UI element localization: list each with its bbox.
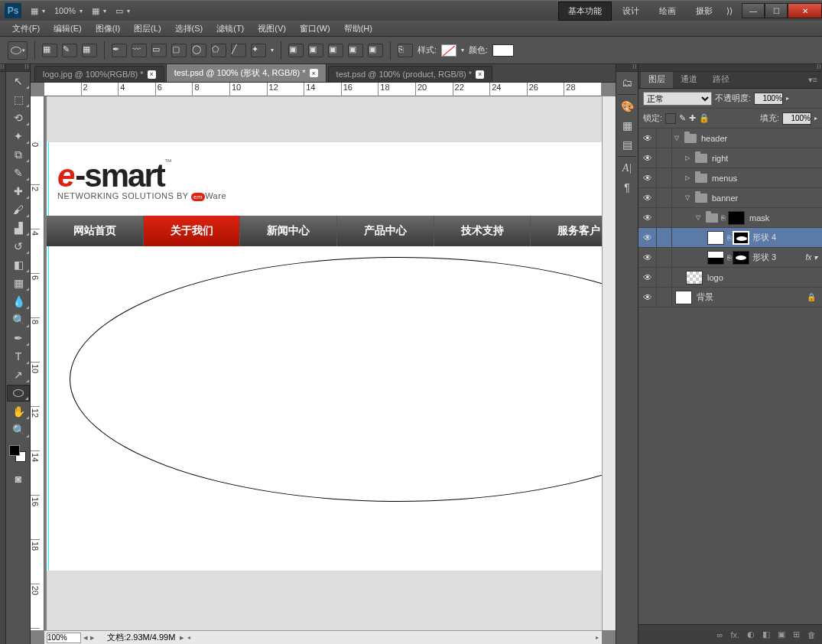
- zoom-tool[interactable]: 🔍: [7, 421, 30, 438]
- ruler-vertical[interactable]: 02468101214161820: [31, 96, 44, 630]
- blur-tool[interactable]: 💧: [7, 293, 30, 310]
- color-swatch[interactable]: [492, 44, 514, 57]
- new-layer-icon[interactable]: ⊞: [793, 629, 800, 639]
- pen-tool[interactable]: ✒: [7, 330, 30, 346]
- ruler-horizontal[interactable]: 246810121416182022242628: [44, 83, 602, 96]
- para-icon[interactable]: ¶: [618, 179, 636, 196]
- tab-channels[interactable]: 通道: [673, 70, 705, 88]
- visibility-icon[interactable]: 👁: [638, 228, 657, 247]
- move-tool[interactable]: ↖: [7, 73, 30, 89]
- ellipse-tool[interactable]: [7, 385, 30, 402]
- fx-icon[interactable]: fx.: [730, 630, 739, 639]
- ws-paint[interactable]: 绘画: [650, 2, 685, 20]
- eraser-tool[interactable]: ◧: [7, 256, 30, 273]
- history-brush-tool[interactable]: ↺: [7, 238, 30, 255]
- minimize-button[interactable]: —: [742, 3, 765, 18]
- combine-subtract[interactable]: ▣: [328, 44, 343, 57]
- close-button[interactable]: ✕: [788, 3, 822, 18]
- menu-edit[interactable]: 编辑(E): [47, 21, 88, 37]
- menu-layer[interactable]: 图层(L): [128, 21, 167, 37]
- close-icon[interactable]: ×: [310, 69, 318, 77]
- menu-filter[interactable]: 滤镜(T): [210, 21, 250, 37]
- styles-icon[interactable]: ▤: [618, 136, 636, 153]
- layer-row[interactable]: 👁▽banner: [638, 188, 822, 208]
- visibility-icon[interactable]: 👁: [638, 248, 657, 267]
- menu-image[interactable]: 图像(I): [89, 21, 126, 37]
- tool-ellipse[interactable]: ◯: [191, 44, 206, 57]
- mode-fill-pixels[interactable]: ▦: [82, 44, 97, 57]
- tool-line[interactable]: ╱: [231, 44, 246, 57]
- style-swatch[interactable]: [441, 44, 456, 57]
- 3d-tool[interactable]: ✋: [7, 403, 30, 420]
- path-select-tool[interactable]: ↗: [7, 366, 30, 383]
- layer-row[interactable]: 👁⎘形状 4: [638, 228, 822, 248]
- panel-menu-icon[interactable]: ▾≡: [804, 72, 822, 88]
- brush-tool[interactable]: 🖌: [7, 201, 30, 218]
- twisty-icon[interactable]: ▷: [683, 154, 692, 161]
- menu-file[interactable]: 文件(F): [6, 21, 46, 37]
- visibility-icon[interactable]: 👁: [638, 208, 657, 227]
- tab-layers[interactable]: 图层: [641, 70, 673, 88]
- wand-tool[interactable]: ✦: [7, 128, 30, 145]
- ws-basic[interactable]: 基本功能: [558, 2, 612, 21]
- twisty-icon[interactable]: ▽: [694, 214, 703, 221]
- combine-exclude[interactable]: ▣: [368, 44, 383, 57]
- close-icon[interactable]: ×: [476, 70, 484, 79]
- menu-select[interactable]: 选择(S): [169, 21, 210, 37]
- visibility-icon[interactable]: 👁: [638, 148, 657, 168]
- stamp-tool[interactable]: ▟: [7, 220, 30, 236]
- current-tool-icon[interactable]: ▾: [8, 41, 28, 60]
- gradient-tool[interactable]: ▦: [7, 275, 30, 291]
- combine-new[interactable]: ▣: [288, 44, 304, 57]
- menu-help[interactable]: 帮助(H): [338, 21, 379, 37]
- swatches-icon[interactable]: ▦: [618, 117, 636, 134]
- layer-row[interactable]: 👁▷menus: [638, 168, 822, 188]
- tb-window-dropdown[interactable]: ▦: [26, 4, 50, 18]
- visibility-icon[interactable]: 👁: [638, 168, 657, 187]
- lock-trans-icon[interactable]: [665, 113, 676, 124]
- fill-input[interactable]: [782, 112, 811, 125]
- tb-screen-dropdown[interactable]: ▭: [111, 4, 135, 18]
- visibility-icon[interactable]: 👁: [638, 268, 657, 287]
- visibility-icon[interactable]: 👁: [638, 288, 657, 307]
- twisty-icon[interactable]: ▷: [683, 174, 692, 181]
- tab-paths[interactable]: 路径: [705, 70, 737, 88]
- mode-shape-layers[interactable]: ▦: [42, 44, 57, 57]
- char-icon[interactable]: A|: [618, 160, 636, 177]
- ws-photo[interactable]: 摄影: [687, 2, 722, 20]
- crop-tool[interactable]: ⧉: [7, 146, 30, 163]
- color-picker[interactable]: [6, 442, 30, 470]
- lock-all-icon[interactable]: 🔒: [699, 113, 710, 123]
- link-layers-icon[interactable]: ∞: [717, 630, 723, 639]
- tool-polygon[interactable]: ⬠: [211, 44, 226, 57]
- marquee-tool[interactable]: ⬚: [7, 91, 30, 108]
- layer-row[interactable]: 👁▽⎘mask: [638, 208, 822, 228]
- twisty-icon[interactable]: ▽: [672, 135, 681, 141]
- eyedropper-tool[interactable]: ✎: [7, 164, 30, 181]
- layer-row[interactable]: 👁logo: [638, 268, 822, 288]
- heal-tool[interactable]: ✚: [7, 183, 30, 200]
- mode-paths[interactable]: ✎: [62, 44, 77, 57]
- layer-row[interactable]: 👁⎘形状 3fx ▾: [638, 248, 822, 268]
- combine-add[interactable]: ▣: [308, 44, 323, 57]
- visibility-icon[interactable]: 👁: [638, 188, 657, 207]
- menu-window[interactable]: 窗口(W): [294, 21, 336, 37]
- color-icon[interactable]: 🎨: [618, 98, 636, 115]
- type-tool[interactable]: T: [7, 348, 30, 365]
- opacity-input[interactable]: [754, 93, 783, 105]
- doc-tab[interactable]: test.psd @ 100% (形状 4, RGB/8) *×: [166, 63, 327, 82]
- quickmask-tool[interactable]: ◙: [7, 470, 30, 487]
- trash-icon[interactable]: 🗑: [807, 630, 816, 639]
- dodge-tool[interactable]: 🔍: [7, 311, 30, 328]
- maximize-button[interactable]: ☐: [765, 3, 788, 18]
- history-icon[interactable]: 🗂: [618, 74, 636, 91]
- zoom-input[interactable]: [47, 633, 81, 643]
- link-icon[interactable]: ⎘: [398, 44, 413, 57]
- ws-more[interactable]: ⟩⟩: [723, 3, 736, 19]
- lock-paint-icon[interactable]: ✎: [679, 113, 686, 123]
- group-icon[interactable]: ▣: [778, 629, 785, 639]
- doc-tab[interactable]: test.psd @ 100% (product, RGB/8) *×: [328, 66, 492, 82]
- visibility-icon[interactable]: 👁: [638, 128, 657, 148]
- tool-freeform[interactable]: 〰: [132, 44, 147, 57]
- mask-icon[interactable]: ◐: [747, 629, 755, 639]
